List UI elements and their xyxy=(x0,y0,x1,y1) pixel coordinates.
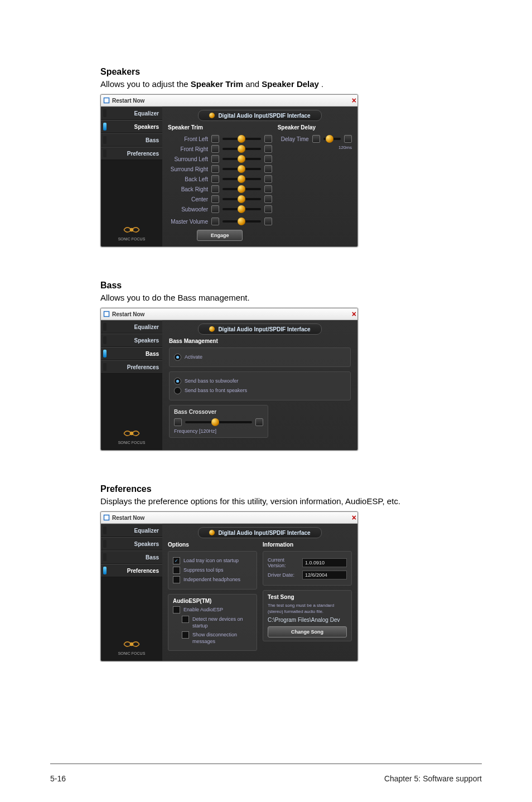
tab-label: Equalizer xyxy=(109,528,159,534)
led-icon xyxy=(103,553,107,561)
tab-equalizer[interactable]: Equalizer xyxy=(101,320,162,334)
master-volume-label: Master Volume xyxy=(168,219,208,225)
opt-enable-audioesp[interactable]: Enable AudioESP xyxy=(173,606,252,613)
panel-title-bass-management: Bass Management xyxy=(169,338,351,344)
opt-label: Load tray icon on startup xyxy=(183,557,239,564)
slider-thumb-icon xyxy=(238,185,245,193)
panel-title-speaker-trim: Speaker Trim xyxy=(168,124,272,131)
opt-label: Suppress tool tips xyxy=(183,567,224,573)
titlebar: Restart Now × xyxy=(101,308,357,320)
slider-inc-button[interactable] xyxy=(264,185,272,193)
slider-dec-button[interactable] xyxy=(211,145,219,153)
tab-speakers[interactable]: Speakers xyxy=(101,120,162,133)
slider-dec-button[interactable] xyxy=(211,165,219,173)
slider-thumb-icon xyxy=(238,165,245,173)
app-icon xyxy=(103,97,110,104)
interface-pill[interactable]: Digital Audio Input/SPDIF Interface xyxy=(198,110,322,121)
send-bass-subwoofer-radio[interactable]: Send bass to subwoofer xyxy=(174,378,346,385)
trim-slider[interactable] xyxy=(223,188,261,190)
slider-inc-button[interactable] xyxy=(264,145,272,153)
send-bass-front-radio[interactable]: Send bass to front speakers xyxy=(174,387,346,394)
close-icon: × xyxy=(352,310,355,318)
slider-dec-button[interactable] xyxy=(211,155,219,163)
tab-equalizer[interactable]: Equalizer xyxy=(101,107,162,120)
trim-slider[interactable] xyxy=(223,148,261,150)
slider-inc-button[interactable] xyxy=(264,195,272,203)
slider-dec-button[interactable] xyxy=(211,205,219,213)
close-button[interactable]: × xyxy=(352,310,355,318)
slider-dec-button[interactable] xyxy=(211,185,219,193)
trim-slider-label: Front Left xyxy=(168,136,208,142)
tab-bass[interactable]: Bass xyxy=(101,133,162,147)
slider-inc-button[interactable] xyxy=(264,155,272,163)
slider-dec-button[interactable] xyxy=(211,135,219,143)
tab-speakers[interactable]: Speakers xyxy=(101,537,162,550)
tab-preferences[interactable]: Preferences xyxy=(101,360,162,374)
opt-suppress-tooltips[interactable]: Suppress tool tips xyxy=(173,567,252,574)
trim-slider-row: Front Right xyxy=(168,144,272,154)
slider-inc-button[interactable] xyxy=(344,135,352,143)
footer-divider xyxy=(50,764,482,764)
slider-inc-button[interactable] xyxy=(264,165,272,173)
dot-icon xyxy=(209,326,215,332)
opt-load-tray[interactable]: ✓Load tray icon on startup xyxy=(173,557,252,564)
radio-icon xyxy=(174,378,181,385)
slider-thumb-icon xyxy=(211,418,219,426)
trim-slider[interactable] xyxy=(223,178,261,180)
trim-slider[interactable] xyxy=(223,208,261,210)
slider-inc-button[interactable] xyxy=(255,418,263,426)
trim-slider-row: Back Right xyxy=(168,184,272,194)
tab-label: Preferences xyxy=(109,568,159,574)
test-song-path-field[interactable]: C:\Program Files\Analog Dev xyxy=(268,617,347,623)
master-volume-slider[interactable] xyxy=(223,220,261,223)
section-desc-speakers: Allows you to adjust the Speaker Trim an… xyxy=(100,79,476,89)
trim-slider-label: Surround Right xyxy=(168,166,208,172)
slider-inc-button[interactable] xyxy=(264,135,272,143)
slider-dec-button[interactable] xyxy=(174,418,182,426)
trim-slider[interactable] xyxy=(223,168,261,170)
radio-icon xyxy=(174,354,181,361)
trim-slider[interactable] xyxy=(223,138,261,140)
trim-slider[interactable] xyxy=(223,158,261,160)
tab-label: Speakers xyxy=(109,541,159,547)
slider-inc-button[interactable] xyxy=(264,175,272,183)
trim-slider[interactable] xyxy=(223,198,261,200)
slider-inc-button[interactable] xyxy=(264,218,272,225)
close-button[interactable]: × xyxy=(352,513,355,522)
tab-bass[interactable]: Bass xyxy=(101,347,162,360)
slider-dec-button[interactable] xyxy=(211,175,219,183)
section-heading-bass: Bass xyxy=(100,281,476,291)
info-driver-date-value: 12/6/2004 xyxy=(302,571,347,579)
opt-label: Show disconnection messages xyxy=(192,631,252,645)
close-button[interactable]: × xyxy=(352,96,355,105)
slider-dec-button[interactable] xyxy=(211,195,219,203)
pill-label: Digital Audio Input/SPDIF Interface xyxy=(218,530,310,536)
trim-slider-row: Surround Right xyxy=(168,164,272,174)
opt-detect-on-startup[interactable]: Detect new devices on startup xyxy=(173,616,252,629)
tab-preferences[interactable]: Preferences xyxy=(101,147,162,160)
opt-show-disconnect-msgs[interactable]: Show disconnection messages xyxy=(173,631,252,645)
txt: Speaker Trim xyxy=(191,79,243,89)
bass-crossover-slider[interactable] xyxy=(185,421,252,423)
engage-button[interactable]: Engage xyxy=(197,230,243,241)
slider-dec-button[interactable] xyxy=(211,218,219,225)
activate-radio[interactable]: Activate xyxy=(174,354,346,361)
checkbox-icon: ✓ xyxy=(173,557,180,564)
opt-label: Activate xyxy=(185,354,202,360)
interface-pill[interactable]: Digital Audio Input/SPDIF Interface xyxy=(198,527,322,538)
trim-slider-label: Center xyxy=(168,196,208,202)
checkbox-icon xyxy=(182,616,189,623)
delay-time-slider[interactable] xyxy=(323,138,341,140)
bass-crossover-label: Bass Crossover xyxy=(174,409,263,415)
interface-pill[interactable]: Digital Audio Input/SPDIF Interface xyxy=(198,323,322,335)
tab-speakers[interactable]: Speakers xyxy=(101,334,162,347)
slider-inc-button[interactable] xyxy=(264,205,272,213)
slider-dec-button[interactable] xyxy=(312,135,320,143)
change-song-button[interactable]: Change Song xyxy=(268,626,347,637)
tab-equalizer[interactable]: Equalizer xyxy=(101,524,162,537)
tab-bass[interactable]: Bass xyxy=(101,550,162,564)
tab-preferences[interactable]: Preferences xyxy=(101,564,162,577)
panel-title-options: Options xyxy=(168,542,257,548)
led-icon xyxy=(103,123,107,131)
opt-independent-headphones[interactable]: Independent headphones xyxy=(173,576,252,583)
